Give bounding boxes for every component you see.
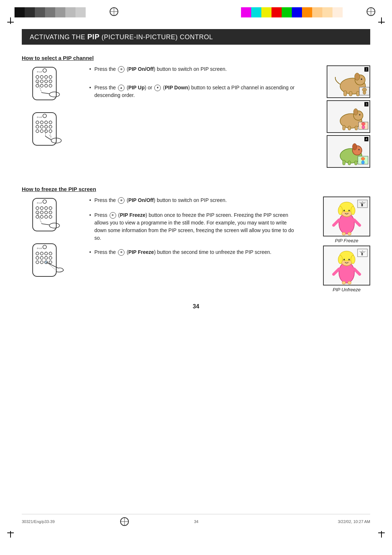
svg-rect-61	[343, 160, 345, 165]
crosshair-bottom	[120, 517, 129, 526]
footer-right: 3/22/02, 10:27 AM	[338, 519, 370, 524]
svg-point-47	[363, 91, 366, 94]
title-box: Activating the PIP (Picture-in-Picture) …	[22, 29, 370, 45]
svg-line-16	[42, 93, 49, 94]
svg-point-3	[36, 76, 39, 78]
svg-text:P-I-P: P-I-P	[37, 71, 42, 73]
section2-bullet1: Press the ⊕ (PIP On/Off) button to switc…	[89, 197, 299, 204]
remote-hand-3: P-I-P	[22, 197, 78, 235]
svg-point-91	[45, 252, 48, 255]
svg-point-82	[49, 215, 52, 218]
section1-bullet2: Press the ▲ (PIP Up) or ▼ (PIP Down) but…	[89, 84, 299, 99]
svg-point-31	[45, 130, 48, 133]
svg-point-96	[49, 256, 52, 259]
unfreeze-screen-svg	[324, 246, 369, 285]
tv-screen-ch4: 4	[327, 135, 370, 168]
channel-badge-2: 2	[364, 67, 368, 72]
svg-point-54	[359, 114, 360, 116]
svg-rect-43	[356, 92, 359, 96]
pip-unfreeze-image: PIP Unfreeze	[323, 246, 370, 292]
svg-point-6	[49, 76, 52, 78]
svg-point-73	[45, 207, 48, 210]
svg-line-111	[354, 220, 360, 226]
svg-line-123	[334, 269, 339, 275]
page-title: Activating the PIP (Picture-in-Picture) …	[30, 33, 362, 41]
svg-point-109	[348, 210, 350, 211]
tv-content-1	[327, 66, 370, 98]
svg-point-77	[45, 211, 48, 214]
svg-point-11	[36, 84, 39, 87]
remote-hand-2: P-I-P	[22, 111, 78, 149]
crosshair-top-right	[364, 5, 377, 18]
svg-point-29	[36, 130, 39, 133]
svg-line-84	[42, 224, 49, 225]
pip-freeze-label: PIP Freeze	[335, 238, 359, 243]
svg-text:P-I-P: P-I-P	[37, 116, 42, 118]
footer-left: 30321/Eng/p33-39	[22, 519, 55, 524]
svg-point-30	[40, 130, 43, 133]
svg-point-21	[36, 121, 39, 124]
svg-point-107	[351, 206, 355, 215]
remote-svg-4: P-I-P	[22, 242, 78, 280]
svg-point-90	[40, 252, 43, 255]
svg-point-78	[49, 211, 52, 214]
svg-point-97	[36, 261, 39, 264]
section-freeze-pip: How to freeze the PIP screen P-I-P	[22, 186, 370, 292]
svg-point-121	[343, 259, 345, 260]
svg-point-10	[49, 80, 52, 83]
svg-point-79	[36, 215, 39, 218]
svg-rect-125	[342, 281, 346, 284]
svg-point-70	[43, 200, 46, 203]
tv-screen-ch3: 3	[327, 100, 370, 133]
tv-content-3	[327, 136, 370, 168]
pip-unfreeze-display	[323, 246, 370, 285]
svg-point-100	[49, 261, 52, 264]
section1-bullets: Press the ⊕ (PIP On/Off) button to switc…	[89, 65, 299, 106]
svg-point-120	[351, 255, 355, 264]
svg-line-124	[354, 269, 360, 275]
svg-point-9	[45, 80, 48, 83]
section2-heading: How to freeze the PIP screen	[22, 186, 370, 192]
svg-rect-52	[348, 126, 351, 130]
pip-onoff-icon-2: ⊕	[118, 197, 124, 204]
channel-badge-3: 3	[364, 102, 368, 106]
pip-onoff-icon-1: ⊕	[118, 66, 124, 73]
svg-point-108	[343, 210, 345, 211]
section1-tv-screens: 2	[305, 65, 370, 168]
svg-rect-51	[343, 125, 345, 130]
svg-point-94	[40, 256, 43, 259]
svg-point-106	[338, 206, 343, 215]
main-content: Activating the PIP (Picture-in-Picture) …	[0, 18, 392, 328]
svg-point-23	[45, 121, 48, 124]
svg-point-72	[40, 207, 43, 210]
svg-rect-115	[362, 203, 363, 206]
svg-point-50	[354, 109, 358, 115]
svg-point-28	[49, 125, 52, 128]
section1-bullet1: Press the ⊕ (PIP On/Off) button to switc…	[89, 65, 299, 73]
footer: 30321/Eng/p33-39 34 3/22/02, 10:27 AM	[22, 514, 370, 526]
svg-point-89	[36, 252, 39, 255]
svg-point-119	[338, 255, 343, 264]
svg-point-40	[355, 73, 360, 80]
section2-bullets: Press the ⊕ (PIP On/Off) button to switc…	[89, 197, 299, 263]
pip-up-icon: ▲	[118, 85, 124, 91]
svg-point-92	[49, 252, 52, 255]
svg-text:P-I-P: P-I-P	[37, 247, 42, 250]
svg-point-83	[49, 223, 60, 228]
color-bar-right	[241, 7, 343, 17]
svg-rect-41	[344, 91, 347, 96]
section2-images: PIP Freeze	[305, 197, 370, 292]
svg-rect-126	[348, 281, 351, 284]
section2-remotes: P-I-P	[22, 197, 83, 280]
channel-badge-4: 4	[364, 137, 368, 141]
svg-point-44	[361, 78, 362, 80]
section1-content-row: P-I-P	[22, 65, 370, 168]
svg-point-76	[40, 211, 43, 214]
remote-svg-3: P-I-P	[22, 197, 78, 235]
svg-point-2	[43, 69, 46, 72]
pip-freeze-icon-2: ❄	[118, 249, 124, 256]
color-bar-left	[15, 7, 86, 17]
svg-line-110	[334, 220, 339, 226]
pip-freeze-display	[323, 197, 370, 236]
page-number: 34	[22, 303, 370, 310]
